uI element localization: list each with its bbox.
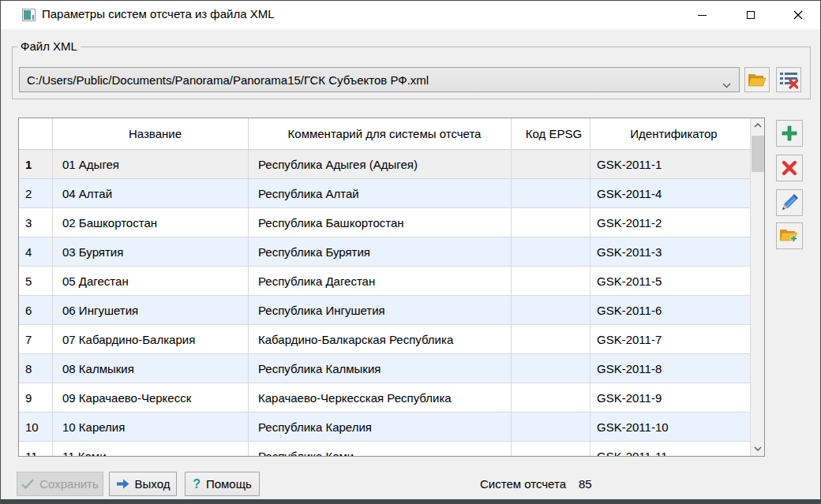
edit-row-button[interactable] [776,189,803,216]
cell-epsg [512,325,590,354]
table-row[interactable]: 1 01 Адыгея Республика Адыгея (Адыгея) G… [19,150,764,179]
close-button[interactable] [780,1,816,29]
scroll-up-button[interactable] [751,118,765,133]
pencil-icon [780,193,799,212]
app-icon [22,9,36,21]
help-button-label: Помощь [206,477,252,491]
cell-comment: Республика Башкортостан [249,208,512,237]
cell-num: 3 [19,208,53,237]
table-row[interactable]: 9 09 Карачаево-Черкесск Карачаево-Черкес… [19,383,764,413]
window-title: Параметры систем отсчета из файла XML [42,7,275,21]
clear-list-icon [779,70,798,89]
cell-comment: Республика Ингушетия [249,296,512,325]
header-epsg: Код EPSG [512,118,590,150]
cell-num: 4 [19,237,53,267]
save-button[interactable]: Сохранить [17,472,103,496]
scroll-down-button[interactable] [751,442,765,456]
cell-epsg [512,237,590,267]
cell-comment: Кабардино-Балкарская Республика [249,325,512,354]
cell-name: 07 Кабардино-Балкария [53,325,249,354]
maximize-icon [747,11,755,19]
folder-plus-icon [779,226,800,245]
cell-epsg [512,383,590,413]
table-row[interactable]: 7 07 Кабардино-Балкария Кабардино-Балкар… [19,325,764,354]
cell-comment: Республика Коми [249,442,512,457]
arrow-right-icon [116,479,129,489]
close-icon [793,10,803,20]
folder-open-icon [748,72,767,88]
clear-list-button[interactable] [776,67,801,92]
cell-name: 09 Карачаево-Черкесск [53,383,249,413]
cell-ident: GSK-2011-5 [590,267,752,296]
cell-num: 6 [19,296,53,325]
cell-num: 5 [19,267,53,296]
cell-epsg [512,208,590,237]
cell-ident: GSK-2011-8 [590,354,752,383]
cell-num: 1 [19,150,53,179]
cell-ident: GSK-2011-2 [590,208,752,237]
cell-num: 11 [19,442,53,457]
cell-epsg [512,179,590,208]
cell-comment: Республика Алтай [249,179,512,208]
header-name: Название [53,118,249,150]
minimize-icon [698,15,707,16]
header-ident: Идентификатор [590,118,752,150]
vertical-scrollbar[interactable] [750,118,764,456]
table-row[interactable]: 10 10 Карелия Республика Карелия GSK-201… [19,413,764,442]
cell-name: 03 Бурятия [53,237,249,267]
cell-num: 10 [19,413,53,442]
status-bar: Систем отсчета 85 [480,477,592,491]
chevron-down-icon [722,77,731,91]
check-icon [21,479,34,489]
xml-path-combobox[interactable]: C:/Users/Public/Documents/Panorama/Panor… [19,67,740,92]
cell-epsg [512,296,590,325]
file-xml-group: Файл XML C:/Users/Public/Documents/Panor… [12,47,811,99]
exit-button[interactable]: Выход [109,472,177,496]
add-from-file-button[interactable] [776,222,803,249]
reference-systems-table: Название Комментарий для системы отсчета… [18,118,765,457]
table-row[interactable]: 5 05 Дагестан Республика Дагестан GSK-20… [19,267,764,296]
header-num [19,118,53,150]
header-comment: Комментарий для системы отсчета [249,118,512,150]
cell-epsg [512,354,590,383]
window-bottom-edge [1,499,820,503]
scroll-up-icon [754,123,762,128]
cell-comment: Карачаево-Черкесская Республика [249,383,512,413]
open-file-button[interactable] [744,67,770,92]
cell-comment: Республика Калмыкия [249,354,512,383]
cell-num: 9 [19,383,53,413]
cell-ident: GSK-2011-3 [590,237,752,267]
cell-name: 10 Карелия [53,413,249,442]
minimize-button[interactable] [684,1,720,29]
cell-ident: GSK-2011-4 [590,179,752,208]
plus-icon [781,125,798,142]
table-row[interactable]: 8 08 Калмыкия Республика Калмыкия GSK-20… [19,354,764,383]
table-header-row: Название Комментарий для системы отсчета… [19,118,764,150]
scrollbar-thumb[interactable] [752,136,764,172]
cell-epsg [512,267,590,296]
question-icon: ? [193,477,201,491]
exit-button-label: Выход [135,477,171,491]
delete-row-button[interactable] [776,155,803,181]
cell-name: 05 Дагестан [53,267,249,296]
cell-name: 08 Калмыкия [53,354,249,383]
cell-name: 06 Ингушетия [53,296,249,325]
cell-name: 02 Башкортостан [53,208,249,237]
table-row[interactable]: 2 04 Алтай Республика Алтай GSK-2011-4 [19,179,764,208]
maximize-button[interactable] [733,1,769,29]
titlebar: Параметры систем отсчета из файла XML [1,1,820,29]
table-row[interactable]: 6 06 Ингушетия Республика Ингушетия GSK-… [19,296,764,325]
help-button[interactable]: ? Помощь [185,472,260,496]
cell-comment: Республика Бурятия [249,237,512,267]
cell-name: 11 Коми [53,442,249,457]
cell-comment: Республика Адыгея (Адыгея) [249,150,512,179]
status-label: Систем отсчета [480,477,566,491]
table-row[interactable]: 11 11 Коми Республика Коми GSK-2011-11 [19,442,764,457]
table-row[interactable]: 4 03 Бурятия Республика Бурятия GSK-2011… [19,237,764,267]
cell-name: 04 Алтай [53,179,249,208]
cell-num: 2 [19,179,53,208]
file-xml-group-label: Файл XML [17,39,81,53]
table-row[interactable]: 3 02 Башкортостан Республика Башкортоста… [19,208,764,237]
cell-ident: GSK-2011-1 [590,150,752,179]
add-row-button[interactable] [776,120,803,147]
